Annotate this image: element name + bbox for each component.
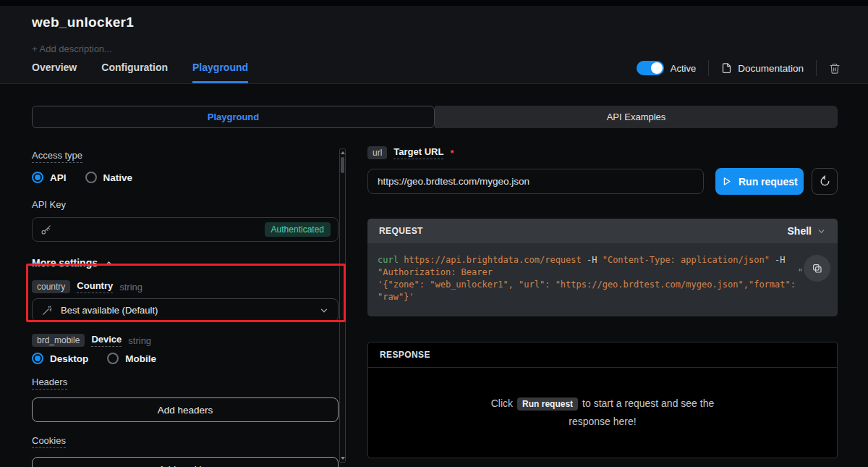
response-body: ClickRun requestto start a request and s… [368, 368, 837, 457]
response-empty-message: ClickRun requestto start a request and s… [491, 395, 714, 430]
language-dropdown[interactable]: Shell [788, 225, 826, 237]
toggle-knob [651, 62, 663, 74]
response-panel: RESPONSE ClickRun requestto start a requ… [367, 342, 838, 458]
cookies-label: Cookies [32, 435, 66, 448]
active-toggle[interactable] [637, 61, 664, 75]
radio-mobile[interactable]: Mobile [107, 353, 156, 364]
documentation-label: Documentation [738, 63, 804, 74]
more-settings-toggle[interactable]: More settings [32, 257, 339, 269]
access-type-options: API Native [32, 172, 339, 183]
required-mark: * [450, 148, 454, 159]
settings-panel: Access type API Native API Key Authentic… [32, 143, 339, 467]
divider [816, 60, 817, 76]
app-window: web_unlocker1 + Add description... Overv… [0, 0, 868, 467]
reset-icon [819, 175, 831, 188]
device-param-type: string [128, 335, 151, 346]
authenticated-badge: Authenticated [265, 222, 331, 237]
radio-button-selected [32, 353, 43, 364]
target-url-label: Target URL [393, 146, 443, 159]
country-param-tag: country [32, 280, 70, 293]
country-param-row: country Country string [32, 280, 339, 293]
radio-native-label: Native [103, 172, 133, 183]
radio-button [107, 353, 119, 364]
document-icon [721, 62, 732, 74]
country-param-name: Country [77, 280, 113, 293]
target-url-row: Run request [367, 168, 838, 195]
api-key-field[interactable]: Authenticated [32, 217, 339, 242]
run-request-button[interactable]: Run request [715, 168, 804, 195]
device-param-name: Device [91, 334, 122, 347]
tab-overview[interactable]: Overview [32, 62, 77, 83]
play-icon [721, 176, 732, 187]
chevron-down-icon [817, 227, 826, 236]
request-code-panel: REQUEST Shell curl https://api.brightdat… [367, 219, 838, 316]
copy-code-button[interactable] [804, 255, 830, 282]
tab-playground[interactable]: Playground [192, 62, 248, 83]
radio-desktop[interactable]: Desktop [32, 353, 88, 364]
delete-button[interactable] [829, 62, 841, 75]
divider [708, 60, 709, 76]
chevron-up-icon [104, 258, 114, 268]
radio-api-label: API [50, 172, 67, 183]
country-dropdown-value: Best available (Default) [61, 305, 158, 316]
response-msg-pre: Click [491, 397, 513, 409]
trash-icon [829, 62, 841, 75]
code-line-3: '{"zone": "web_unlocker1", "url": "https… [378, 279, 803, 303]
device-options: Desktop Mobile [32, 353, 339, 364]
country-param-type: string [119, 282, 142, 293]
header: web_unlocker1 + Add description... Overv… [0, 6, 868, 84]
response-msg-mid: to start a request and see the [582, 397, 714, 409]
radio-button [85, 172, 97, 183]
run-request-label: Run request [739, 176, 798, 188]
device-param-row: brd_mobile Device string [32, 334, 339, 347]
target-url-label-row: url Target URL * [367, 146, 838, 159]
scrollbar-down-arrow[interactable] [340, 455, 345, 461]
radio-desktop-label: Desktop [50, 353, 88, 364]
main-tabs: Overview Configuration Playground [32, 62, 248, 83]
api-key-label: API Key [32, 199, 66, 210]
code-line-1: curl https://api.brightdata.com/request … [378, 254, 803, 266]
scrollbar-up-arrow[interactable] [340, 150, 345, 156]
documentation-button[interactable]: Documentation [721, 62, 804, 74]
chevron-down-icon [319, 306, 329, 316]
country-dropdown[interactable]: Best available (Default) [32, 298, 339, 322]
key-icon [40, 224, 52, 236]
device-param-tag: brd_mobile [32, 334, 85, 347]
request-code: curl https://api.brightdata.com/request … [367, 243, 838, 316]
top-strip [0, 0, 868, 6]
tab-playground-panel[interactable]: Playground [32, 106, 435, 128]
radio-button-selected [32, 172, 43, 183]
header-actions: Active Documentation [637, 59, 841, 77]
more-settings-label: More settings [32, 257, 98, 269]
copy-icon [812, 263, 823, 274]
run-request-kbd-badge: Run request [517, 397, 578, 411]
language-value: Shell [788, 225, 812, 237]
reset-button[interactable] [812, 168, 838, 195]
tab-configuration[interactable]: Configuration [101, 62, 168, 83]
target-url-input[interactable] [367, 169, 704, 194]
magic-wand-icon [41, 305, 53, 316]
radio-mobile-label: Mobile [125, 353, 156, 364]
scrollbar-thumb[interactable] [341, 157, 344, 173]
response-msg-line2: response here! [569, 416, 636, 427]
settings-scrollbar[interactable] [339, 148, 346, 463]
request-title: REQUEST [379, 226, 423, 236]
request-header: REQUEST Shell [367, 219, 838, 243]
headers-label: Headers [32, 376, 67, 390]
playground-mode-tabs: Playground API Examples [32, 106, 838, 128]
add-headers-button[interactable]: Add headers [32, 397, 339, 422]
page-title: web_unlocker1 [32, 14, 134, 30]
radio-native[interactable]: Native [85, 172, 133, 183]
response-title: RESPONSE [368, 342, 837, 368]
code-line-2: "Authorization: Bearer" [378, 266, 803, 279]
active-toggle-label: Active [671, 63, 696, 74]
url-param-tag: url [367, 146, 387, 159]
add-description-placeholder[interactable]: + Add description... [32, 43, 112, 54]
request-panel: url Target URL * Run request REQUEST [367, 146, 838, 195]
access-type-label: Access type [32, 150, 82, 163]
add-cookies-button[interactable]: Add cookies [32, 457, 339, 467]
radio-api[interactable]: API [32, 172, 67, 183]
tab-api-examples[interactable]: API Examples [435, 106, 838, 128]
